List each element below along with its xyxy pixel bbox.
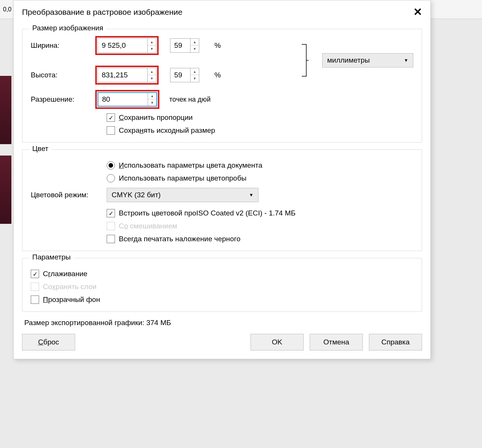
image-size-legend: Размер изображения — [29, 24, 106, 32]
height-step-down-icon[interactable]: ▼ — [148, 75, 156, 82]
color-mode-value: CMYK (32 бит) — [112, 191, 161, 199]
percent-symbol: % — [214, 71, 221, 79]
embed-profile-checkbox[interactable]: ✓ — [107, 209, 115, 217]
chevron-down-icon: ▼ — [404, 58, 408, 63]
height-step-up-icon[interactable]: ▲ — [148, 68, 156, 75]
color-legend: Цвет — [29, 145, 52, 153]
width-label: Ширина: — [31, 41, 95, 50]
resolution-step-down-icon[interactable]: ▼ — [148, 99, 156, 106]
resolution-step-up-icon[interactable]: ▲ — [148, 93, 156, 99]
reset-button[interactable]: Сброс — [22, 334, 75, 351]
use-proof-color-radio[interactable] — [107, 174, 115, 182]
embed-profile-label: Встроить цветовой про — [119, 209, 196, 217]
canvas-swatch — [0, 76, 11, 144]
antialias-checkbox[interactable]: ✓ — [31, 270, 39, 278]
options-group: Параметры ✓ Сглаживание Сохранять слои П… — [22, 258, 422, 312]
ok-button[interactable]: OK — [250, 334, 304, 351]
use-proof-color-label: Использовать параметры цветопробы — [119, 174, 246, 182]
resolution-unit: точек на дюй — [169, 96, 211, 104]
units-value: миллиметры — [327, 56, 370, 64]
options-legend: Параметры — [29, 253, 74, 261]
antialias-label: Сглаживание — [43, 270, 87, 278]
width-step-down-icon[interactable]: ▼ — [148, 46, 156, 52]
keep-aspect-checkbox[interactable]: ✓ — [107, 113, 115, 122]
width-field[interactable] — [98, 39, 147, 52]
height-percent-field[interactable] — [170, 68, 190, 82]
use-doc-color-label: Использовать параметры цвета документа — [119, 161, 262, 170]
transparent-bg-label: Прозрачный фон — [43, 296, 100, 304]
height-pct-step-down-icon[interactable]: ▼ — [191, 75, 199, 82]
close-icon[interactable]: ✕ — [413, 6, 422, 18]
keep-original-checkbox[interactable] — [107, 126, 115, 135]
profile-info: ISO Coated v2 (ECI) - 1.74 МБ — [196, 209, 296, 217]
width-step-up-icon[interactable]: ▲ — [148, 39, 156, 46]
color-mode-dropdown[interactable]: CMYK (32 бит) ▼ — [107, 188, 258, 202]
color-mode-label: Цветовой режим: — [31, 191, 107, 199]
dither-checkbox — [107, 222, 115, 230]
help-button[interactable]: Справка — [369, 334, 422, 351]
canvas-edge — [0, 76, 11, 235]
canvas-swatch — [0, 156, 11, 224]
keep-aspect-label: Сохранить пропорции — [119, 113, 193, 122]
use-doc-color-radio[interactable] — [107, 161, 115, 170]
image-size-group: Размер изображения Ширина: ▲ ▼ — [22, 29, 422, 143]
color-group: Цвет Использовать параметры цвета докуме… — [22, 149, 422, 251]
dialog-title: Преобразование в растровое изображение — [22, 8, 183, 17]
units-dropdown[interactable]: миллиметры ▼ — [322, 53, 413, 68]
width-pct-step-down-icon[interactable]: ▼ — [191, 46, 199, 52]
resolution-input[interactable]: ▲ ▼ — [98, 92, 157, 107]
width-input[interactable]: ▲ ▼ — [98, 38, 156, 53]
convert-to-bitmap-dialog: Преобразование в растровое изображение ✕… — [13, 0, 431, 359]
keep-original-label: Сохранять исходный размер — [119, 126, 215, 135]
height-label: Высота: — [31, 71, 95, 79]
width-pct-step-up-icon[interactable]: ▲ — [191, 39, 199, 46]
chevron-down-icon: ▼ — [249, 192, 254, 198]
keep-layers-checkbox — [31, 283, 39, 291]
width-percent-input[interactable]: ▲ ▼ — [170, 38, 199, 53]
width-percent-field[interactable] — [170, 39, 190, 52]
overprint-black-checkbox[interactable] — [107, 235, 115, 243]
resolution-field[interactable] — [98, 93, 148, 106]
export-size-status: Размер экспортированной графики: 374 МБ — [22, 319, 422, 327]
keep-layers-label: Сохранять слои — [43, 283, 96, 291]
dither-label: Со смешиванием — [119, 222, 177, 230]
cancel-button[interactable]: Отмена — [310, 334, 363, 351]
height-percent-input[interactable]: ▲ ▼ — [170, 68, 199, 82]
transparent-bg-checkbox[interactable] — [31, 296, 39, 304]
toolbar-value: 0,0 — [0, 5, 14, 14]
percent-symbol: % — [214, 41, 221, 50]
overprint-black-label: Всегда печатать наложение черного — [119, 235, 241, 243]
height-field[interactable] — [98, 68, 147, 82]
resolution-label: Разрешение: — [31, 95, 95, 104]
height-pct-step-up-icon[interactable]: ▲ — [191, 68, 199, 75]
height-input[interactable]: ▲ ▼ — [98, 68, 156, 82]
